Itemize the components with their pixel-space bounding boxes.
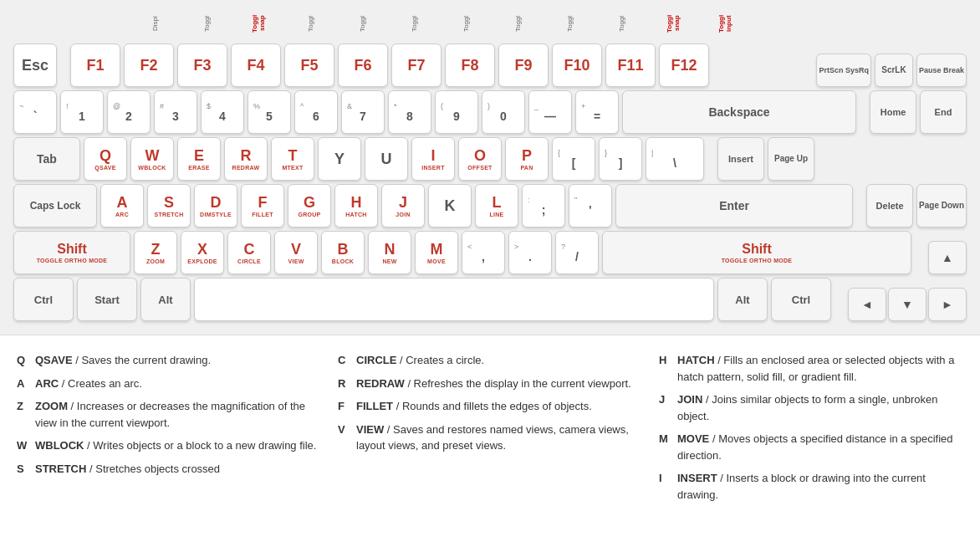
key-f1[interactable]: F1 — [70, 43, 120, 87]
key-j[interactable]: J JOIN — [381, 184, 425, 227]
key-arrow-left[interactable]: ◄ — [848, 288, 886, 321]
key-q[interactable]: Q QSAVE — [84, 137, 127, 181]
key-scrlk[interactable]: ScrLK — [875, 54, 913, 87]
key-alt-left[interactable]: Alt — [140, 278, 191, 321]
key-n[interactable]: N NEW — [368, 231, 411, 274]
key-prtsc[interactable]: PrtScn SysRq — [816, 54, 871, 87]
key-arrow-down[interactable]: ▼ — [888, 288, 926, 321]
key-6[interactable]: ^ 6 — [294, 90, 338, 134]
key-g[interactable]: G GROUP — [288, 184, 331, 227]
key-comma[interactable]: < , — [462, 231, 505, 274]
key-semicolon[interactable]: : ; — [522, 184, 565, 227]
desc-h: H HATCH / Fills an enclosed area or sele… — [659, 349, 963, 388]
keyboard-section: Displ Toggl Toggl snap Toggl Toggl Toggl… — [0, 0, 980, 335]
key-u[interactable]: U — [365, 137, 408, 181]
key-slash[interactable]: ? / — [555, 231, 599, 274]
key-alt-right[interactable]: Alt — [717, 278, 768, 321]
desc-j: J JOIN / Joins similar objects to form a… — [659, 388, 963, 427]
key-8[interactable]: * 8 — [388, 90, 431, 134]
key-shift-right[interactable]: Shift TOGGLE ORTHO MODE — [602, 231, 911, 274]
key-shift-left[interactable]: Shift TOGGLE ORTHO MODE — [13, 231, 130, 274]
key-f9[interactable]: F9 — [498, 43, 549, 87]
key-arrow-right[interactable]: ► — [928, 288, 967, 321]
key-start[interactable]: Start — [77, 278, 137, 321]
key-f7[interactable]: F7 — [391, 43, 442, 87]
key-f[interactable]: F FILLET — [241, 184, 284, 227]
key-arrow-up[interactable]: ▲ — [928, 241, 967, 274]
key-space[interactable] — [194, 278, 714, 321]
key-pageup[interactable]: Page Up — [768, 137, 814, 181]
key-enter[interactable]: Enter — [615, 184, 853, 227]
descriptions-section: Q QSAVE / Saves the current drawing. A A… — [0, 335, 980, 519]
key-backslash[interactable]: | \ — [646, 137, 704, 181]
key-quote[interactable]: " ' — [569, 184, 612, 227]
key-m[interactable]: M MOVE — [415, 231, 458, 274]
key-s[interactable]: S STRETCH — [147, 184, 191, 227]
key-2[interactable]: @ 2 — [107, 90, 151, 134]
key-f11[interactable]: F11 — [605, 43, 656, 87]
key-f12[interactable]: F12 — [659, 43, 709, 87]
top-labels: Displ Toggl Toggl snap Toggl Toggl Toggl… — [13, 7, 967, 40]
key-f6[interactable]: F6 — [338, 43, 388, 87]
key-bracket-open[interactable]: { [ — [552, 137, 595, 181]
key-label: F9 — [514, 58, 532, 73]
key-4[interactable]: $ 4 — [201, 90, 244, 134]
key-pagedown[interactable]: Page Down — [916, 184, 967, 227]
key-label: F11 — [617, 58, 643, 73]
key-l[interactable]: L LINE — [475, 184, 518, 227]
key-t[interactable]: T MTEXT — [271, 137, 314, 181]
key-tilde[interactable]: ~ ` — [13, 90, 57, 134]
key-tab[interactable]: Tab — [13, 137, 80, 181]
key-c[interactable]: C CIRCLE — [227, 231, 271, 274]
key-k[interactable]: K — [428, 184, 472, 227]
key-delete[interactable]: Delete — [866, 184, 913, 227]
key-home[interactable]: Home — [870, 90, 916, 134]
key-f10[interactable]: F10 — [552, 43, 602, 87]
key-x[interactable]: X EXPLODE — [181, 231, 224, 274]
key-1[interactable]: ! 1 — [60, 90, 104, 134]
key-capslock[interactable]: Caps Lock — [13, 184, 97, 227]
key-insert[interactable]: Insert — [717, 137, 764, 181]
desc-v: V VIEW / Saves and restores named views,… — [338, 418, 642, 457]
key-d[interactable]: D DIMSTYLE — [194, 184, 237, 227]
key-i[interactable]: I INSERT — [411, 137, 455, 181]
label-f12: Toggl input — [701, 7, 751, 40]
key-p[interactable]: P PAN — [505, 137, 549, 181]
key-backspace[interactable]: Backspace — [622, 90, 856, 134]
key-f2[interactable]: F2 — [124, 43, 174, 87]
key-o[interactable]: O OFFSET — [458, 137, 502, 181]
key-z[interactable]: Z ZOOM — [134, 231, 177, 274]
key-3[interactable]: # 3 — [154, 90, 197, 134]
key-ctrl-left[interactable]: Ctrl — [13, 278, 74, 321]
arrow-cluster: ▲ — [928, 241, 967, 274]
key-9[interactable]: ( 9 — [435, 90, 478, 134]
key-equals[interactable]: + = — [575, 90, 619, 134]
label-f3: Toggl snap — [234, 7, 284, 40]
key-b[interactable]: B BLOCK — [321, 231, 365, 274]
arrow-cluster-bottom: ◄ ▼ ► — [848, 288, 967, 321]
key-h[interactable]: H HATCH — [334, 184, 378, 227]
key-end[interactable]: End — [920, 90, 967, 134]
key-a[interactable]: A ARC — [100, 184, 144, 227]
key-f3[interactable]: F3 — [177, 43, 227, 87]
key-f4[interactable]: F4 — [231, 43, 281, 87]
key-esc[interactable]: Esc — [13, 43, 57, 87]
desc-col-2: C CIRCLE / Creates a circle. R REDRAW / … — [338, 349, 642, 506]
key-ctrl-right[interactable]: Ctrl — [771, 278, 831, 321]
label-f8: Toggl — [493, 7, 544, 40]
key-label: F3 — [193, 58, 211, 73]
key-e[interactable]: E ERASE — [177, 137, 221, 181]
key-f8[interactable]: F8 — [445, 43, 495, 87]
key-v[interactable]: V VIEW — [274, 231, 318, 274]
key-r[interactable]: R REDRAW — [224, 137, 268, 181]
key-w[interactable]: W WBLOCK — [130, 137, 174, 181]
key-y[interactable]: Y — [318, 137, 361, 181]
key-bracket-close[interactable]: } ] — [599, 137, 642, 181]
key-period[interactable]: > . — [508, 231, 552, 274]
key-minus[interactable]: _ — — [528, 90, 572, 134]
key-0[interactable]: ) 0 — [482, 90, 525, 134]
key-pause[interactable]: Pause Break — [916, 54, 967, 87]
key-7[interactable]: & 7 — [341, 90, 385, 134]
key-5[interactable]: % 5 — [248, 90, 291, 134]
key-f5[interactable]: F5 — [284, 43, 334, 87]
